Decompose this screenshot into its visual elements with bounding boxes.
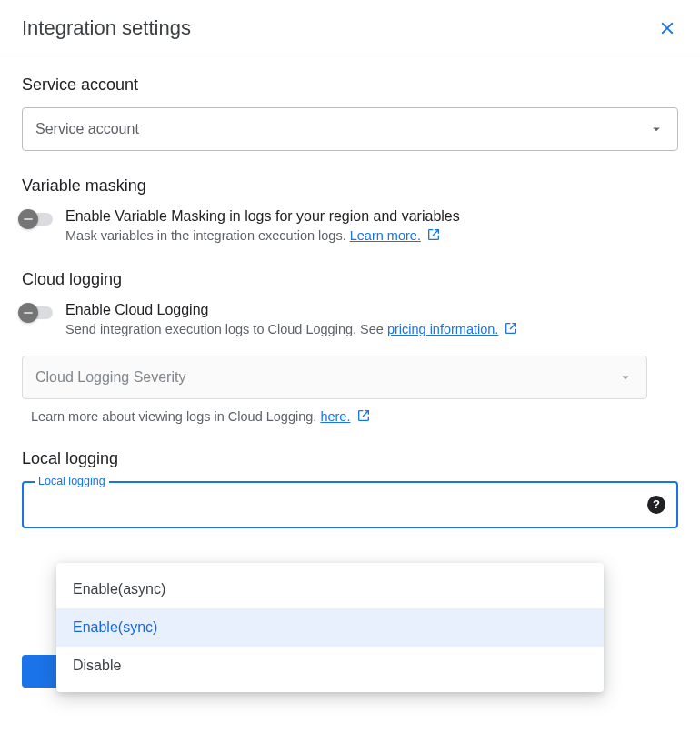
external-link-icon bbox=[426, 227, 441, 242]
minus-icon bbox=[18, 209, 38, 229]
local-logging-float-label: Local logging bbox=[35, 475, 109, 487]
variable-masking-learn-more-link[interactable]: Learn more. bbox=[350, 228, 421, 243]
dialog-header: Integration settings bbox=[0, 0, 700, 55]
cloud-logging-help-note: Learn more about viewing logs in Cloud L… bbox=[22, 408, 678, 424]
local-logging-option-sync[interactable]: Enable(sync) bbox=[56, 608, 604, 647]
cloud-logging-here-link[interactable]: here. bbox=[320, 409, 350, 424]
cloud-logging-desc-text: Send integration execution logs to Cloud… bbox=[65, 322, 387, 336]
local-logging-option-disable[interactable]: Disable bbox=[56, 647, 604, 685]
variable-masking-heading: Variable masking bbox=[22, 176, 678, 196]
cloud-logging-note-text: Learn more about viewing logs in Cloud L… bbox=[31, 409, 320, 424]
service-account-placeholder: Service account bbox=[35, 121, 139, 137]
service-account-section: Service account Service account bbox=[22, 75, 678, 151]
variable-masking-text: Enable Variable Masking in logs for your… bbox=[65, 208, 460, 245]
variable-masking-desc: Mask variables in the integration execut… bbox=[65, 226, 460, 245]
variable-masking-desc-text: Mask variables in the integration execut… bbox=[65, 228, 350, 243]
pricing-information-link[interactable]: pricing information. bbox=[387, 322, 499, 336]
close-icon[interactable] bbox=[656, 17, 678, 39]
service-account-heading: Service account bbox=[22, 75, 678, 95]
cloud-logging-desc: Send integration execution logs to Cloud… bbox=[65, 320, 518, 338]
chevron-down-icon bbox=[617, 369, 634, 386]
minus-icon bbox=[18, 303, 38, 323]
cloud-logging-toggle[interactable] bbox=[22, 306, 53, 319]
local-logging-heading: Local logging bbox=[22, 449, 678, 468]
chevron-down-icon bbox=[648, 121, 665, 137]
cloud-logging-severity-select[interactable]: Cloud Logging Severity bbox=[22, 356, 647, 399]
cloud-logging-text: Enable Cloud Logging Send integration ex… bbox=[65, 302, 518, 338]
external-link-icon bbox=[504, 321, 518, 336]
cloud-logging-section: Cloud logging Enable Cloud Logging Send … bbox=[22, 270, 678, 423]
variable-masking-section: Variable masking Enable Variable Masking… bbox=[22, 176, 678, 245]
variable-masking-label: Enable Variable Masking in logs for your… bbox=[65, 208, 460, 225]
cloud-logging-heading: Cloud logging bbox=[22, 270, 678, 289]
local-logging-option-async[interactable]: Enable(async) bbox=[56, 570, 604, 608]
service-account-select[interactable]: Service account bbox=[22, 107, 678, 151]
local-logging-select[interactable]: Local logging ? bbox=[22, 481, 678, 528]
cloud-logging-label: Enable Cloud Logging bbox=[65, 302, 518, 318]
cloud-logging-severity-placeholder: Cloud Logging Severity bbox=[35, 369, 185, 386]
variable-masking-toggle[interactable] bbox=[22, 213, 53, 226]
local-logging-section: Local logging Local logging ? bbox=[22, 449, 678, 528]
local-logging-dropdown: Enable(async) Enable(sync) Disable bbox=[56, 563, 604, 692]
page-title: Integration settings bbox=[22, 16, 191, 40]
external-link-icon bbox=[356, 408, 371, 423]
help-icon[interactable]: ? bbox=[647, 496, 665, 514]
